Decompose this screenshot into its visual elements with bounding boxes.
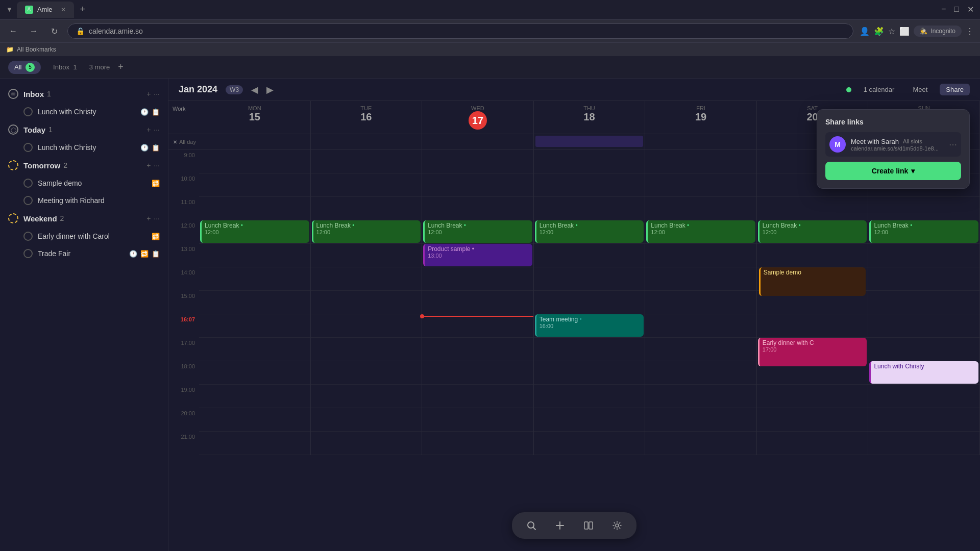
incognito-badge: 🕵 Incognito [914,26,962,37]
tab-title: Amie [37,6,53,13]
tomorrow-add-btn[interactable]: + [146,161,151,169]
section-today[interactable]: ◯ Today 1 + ··· [0,120,168,139]
maximize-btn[interactable]: □ [954,5,959,14]
tab-inbox[interactable]: Inbox 1 [47,61,83,73]
task-checkbox-5[interactable] [23,232,33,241]
event-lunch-break-sat[interactable]: Lunch Break • 12:00 [758,220,867,243]
event-early-dinner-sat[interactable]: Early dinner with C 17:00 [758,338,867,366]
tab-close-btn[interactable]: ✕ [61,6,66,13]
share-popup-title: Share links [825,118,961,126]
day-col-wed: Lunch Break • 12:00 Product sample • 13:… [422,150,534,455]
weekend-more-btn[interactable]: ··· [154,214,160,222]
event-team-meeting-thu[interactable]: Team meeting • 16:00 [535,314,644,337]
task-checkbox-3[interactable] [23,179,33,188]
profile-icon: 👤 [860,27,870,36]
more-tabs-btn[interactable]: 3 more [89,63,110,71]
event-product-sample-wed[interactable]: Product sample • 13:00 [423,244,532,266]
tomorrow-section-icon [8,160,18,170]
weekend-section-icon [8,213,18,223]
window-controls: − □ ✕ [941,5,974,14]
task-checkbox-2[interactable] [23,143,33,152]
day-col-sat: Lunch Break • 12:00 Sample demo Early di… [757,150,869,455]
tab-back-btn[interactable]: ▼ [6,6,13,13]
new-tab-btn[interactable]: + [80,4,86,15]
section-weekend[interactable]: Weekend 2 + ··· [0,209,168,228]
time-label-15: 15:00 [168,291,199,314]
bookmark-star-icon[interactable]: ☆ [888,27,895,36]
svg-line-1 [533,528,536,530]
task-trade-fair[interactable]: Trade Fair 🕐 🔁 📋 [0,245,168,262]
task-title-2: Lunch with Christy [38,143,140,152]
cal-right-actions: 1 calendar Meet Share [846,84,970,95]
close-btn[interactable]: ✕ [967,5,974,14]
work-header: Work [168,101,199,134]
event-lunch-break-fri[interactable]: Lunch Break • 12:00 [646,220,755,243]
task-early-dinner-carol[interactable]: Early dinner with Carol 🔁 [0,228,168,245]
nav-refresh-btn[interactable]: ↻ [47,24,61,38]
nav-back-btn[interactable]: ← [6,24,20,38]
add-tab-btn[interactable]: + [118,62,124,72]
add-toolbar-btn[interactable] [551,516,569,535]
address-bar[interactable]: 🔒 calendar.amie.so [67,23,853,39]
day-col-mon: Lunch Break • 12:00 [199,150,311,455]
allday-collapse-btn[interactable]: ✕ [173,139,177,145]
task-lunch-christy-inbox[interactable]: Lunch with Christy 🕐 📋 [0,103,168,120]
event-sample-demo-sat[interactable]: Sample demo [759,267,866,296]
task-checkbox-6[interactable] [23,249,33,258]
weekend-add-btn[interactable]: + [146,214,151,222]
cal-next-btn[interactable]: ▶ [266,84,274,95]
share-link-name: Meet with Sarah [851,138,899,145]
tomorrow-more-btn[interactable]: ··· [154,161,160,169]
task-checkbox-4[interactable] [23,196,33,205]
inbox-add-btn[interactable]: + [146,90,151,98]
event-lunch-break-thu[interactable]: Lunch Break • 12:00 [535,220,644,243]
tomorrow-section-title: Tomorrow [23,161,60,170]
task-clock-icon-2: 🕐 [140,144,149,152]
task-meeting-richard[interactable]: Meeting with Richard [0,192,168,209]
task-title-6: Trade Fair [38,249,129,258]
tab-all[interactable]: All 5 [8,61,41,74]
event-lunch-christy-sun[interactable]: Lunch with Christy [869,361,978,384]
meet-btn[interactable]: Meet [906,84,934,95]
task-lunch-christy-today[interactable]: Lunch with Christy 🕐 📋 [0,139,168,156]
section-tomorrow[interactable]: Tomorrow 2 + ··· [0,156,168,174]
menu-btn[interactable]: ⋮ [966,27,974,36]
allday-cell-fri [645,134,757,149]
task-checkbox-1[interactable] [23,107,33,116]
settings-toolbar-btn[interactable] [608,516,626,535]
sidebar-icon[interactable]: ⬜ [899,27,910,36]
browser-tab[interactable]: A Amie ✕ [17,2,74,18]
settings-icon [612,520,622,531]
day-header-fri: Fri 19 [645,101,757,134]
share-link-more-btn[interactable]: ⋯ [949,140,957,149]
search-icon [526,520,536,531]
today-section-title: Today [23,126,45,134]
minimize-btn[interactable]: − [941,5,946,14]
event-lunch-break-wed[interactable]: Lunch Break • 12:00 [423,220,532,243]
event-lunch-break-tue[interactable]: Lunch Break • 12:00 [312,220,421,243]
time-label-19: 19:00 [168,385,199,408]
allday-event-thu[interactable] [535,136,644,147]
time-labels-col: 9:00 10:00 11:00 12:00 13:00 14:00 15:00… [168,150,199,455]
create-link-btn[interactable]: Create link ▾ [825,162,961,180]
day-col-tue: Lunch Break • 12:00 [311,150,423,455]
section-inbox[interactable]: ✉ Inbox 1 + ··· [0,85,168,103]
calendar-title: Jan 2024 [179,84,217,95]
task-sample-demo[interactable]: Sample demo 🔁 [0,174,168,192]
today-section-icon: ◯ [8,124,18,135]
cal-prev-btn[interactable]: ◀ [251,84,258,95]
share-btn[interactable]: Share [940,84,970,95]
share-link-url: calendar.amie.so/s/d1m5dd8-1e8... [851,145,944,152]
bottom-toolbar [512,512,636,539]
app-header: All 5 Inbox 1 3 more + [0,56,980,79]
search-toolbar-btn[interactable] [522,516,541,535]
inbox-section-title: Inbox [23,90,44,98]
view-toolbar-btn[interactable] [579,516,598,535]
event-lunch-break-mon[interactable]: Lunch Break • 12:00 [200,220,309,243]
today-more-btn[interactable]: ··· [154,126,160,134]
event-lunch-break-sun[interactable]: Lunch Break • 12:00 [869,220,978,243]
nav-forward-btn[interactable]: → [27,24,41,38]
task-title-1: Lunch with Christy [38,108,140,116]
today-add-btn[interactable]: + [146,126,151,134]
inbox-more-btn[interactable]: ··· [154,90,160,98]
